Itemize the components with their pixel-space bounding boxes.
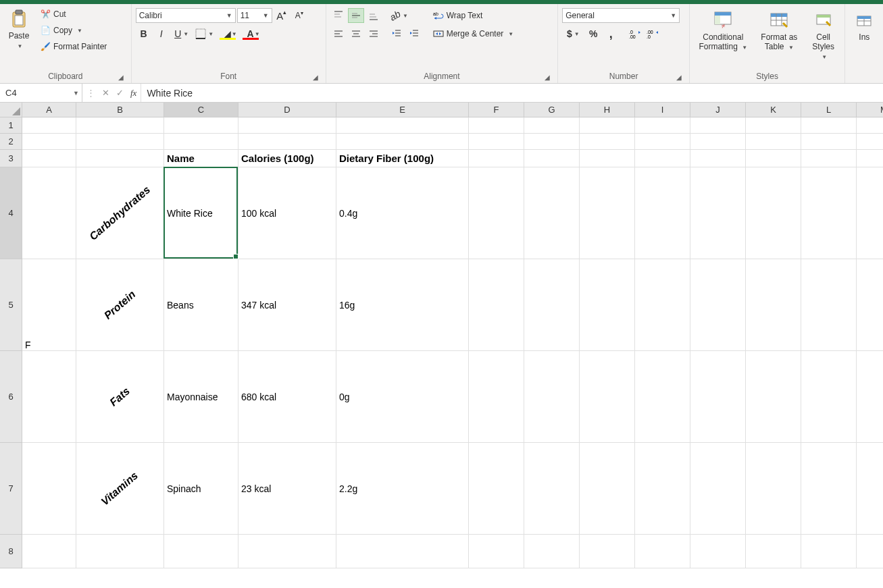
cell-J1[interactable] bbox=[690, 117, 746, 134]
cell-G8[interactable] bbox=[524, 535, 580, 568]
cell-J6[interactable] bbox=[690, 351, 746, 443]
cell-H6[interactable] bbox=[580, 351, 635, 443]
cell-K6[interactable] bbox=[746, 351, 801, 443]
cell-K3[interactable] bbox=[746, 150, 801, 167]
column-header-J[interactable]: J bbox=[690, 103, 746, 117]
format-painter-button[interactable]: 🖌️ Format Painter bbox=[38, 39, 109, 54]
cell-F2[interactable] bbox=[469, 134, 524, 150]
wrap-text-button[interactable]: ab Wrap Text bbox=[430, 8, 538, 23]
cell-C6[interactable]: Mayonnaise bbox=[164, 351, 238, 443]
cell-L3[interactable] bbox=[801, 150, 857, 167]
cell-B2[interactable] bbox=[76, 134, 164, 150]
clipboard-dialog-launcher[interactable]: ◢ bbox=[116, 72, 126, 82]
cell-E3[interactable]: Dietary Fiber (100g) bbox=[336, 150, 469, 167]
column-header-B[interactable]: B bbox=[76, 103, 164, 117]
column-header-I[interactable]: I bbox=[635, 103, 690, 117]
cell-K1[interactable] bbox=[746, 117, 801, 134]
cell-J8[interactable] bbox=[690, 535, 746, 568]
cell-M7[interactable] bbox=[857, 443, 883, 535]
column-header-C[interactable]: C bbox=[164, 103, 238, 117]
cell-I1[interactable] bbox=[635, 117, 690, 134]
cut-button[interactable]: ✂️ Cut bbox=[38, 7, 109, 22]
cell-J5[interactable] bbox=[690, 259, 746, 351]
cell-G3[interactable] bbox=[524, 150, 580, 167]
cell-F8[interactable] bbox=[469, 535, 524, 568]
cell-E1[interactable] bbox=[336, 117, 469, 134]
row-header-6[interactable]: 6 bbox=[0, 351, 22, 443]
cell-D4[interactable]: 100 kcal bbox=[238, 167, 336, 259]
cell-D3[interactable]: Calories (100g) bbox=[238, 150, 336, 167]
cell-G4[interactable] bbox=[524, 167, 580, 259]
row-header-1[interactable]: 1 bbox=[0, 117, 22, 134]
align-middle-button[interactable] bbox=[348, 8, 364, 23]
cell-E8[interactable] bbox=[336, 535, 469, 568]
cell-L5[interactable] bbox=[801, 259, 857, 351]
cell-D6[interactable]: 680 kcal bbox=[238, 351, 336, 443]
cell-M5[interactable] bbox=[857, 259, 883, 351]
column-header-M[interactable]: M bbox=[857, 103, 883, 117]
column-header-E[interactable]: E bbox=[336, 103, 469, 117]
row-header-3[interactable]: 3 bbox=[0, 150, 22, 167]
cell-J2[interactable] bbox=[690, 134, 746, 150]
cell-G7[interactable] bbox=[524, 443, 580, 535]
cell-M3[interactable] bbox=[857, 150, 883, 167]
cell-C7[interactable]: Spinach bbox=[164, 443, 238, 535]
cell-F5[interactable] bbox=[469, 259, 524, 351]
number-format-combo[interactable]: General ▼ bbox=[562, 8, 680, 23]
row-header-2[interactable]: 2 bbox=[0, 134, 22, 150]
cell-L6[interactable] bbox=[801, 351, 857, 443]
cell-H4[interactable] bbox=[580, 167, 635, 259]
cell-D2[interactable] bbox=[238, 134, 336, 150]
cell-E6[interactable]: 0g bbox=[336, 351, 469, 443]
cell-A3[interactable] bbox=[22, 150, 76, 167]
cell-H7[interactable] bbox=[580, 443, 635, 535]
cell-H5[interactable] bbox=[580, 259, 635, 351]
cell-I7[interactable] bbox=[635, 443, 690, 535]
cell-D8[interactable] bbox=[238, 535, 336, 568]
cell-G2[interactable] bbox=[524, 134, 580, 150]
cell-A8[interactable] bbox=[22, 535, 76, 568]
cell-B3[interactable] bbox=[76, 150, 164, 167]
cell-K7[interactable] bbox=[746, 443, 801, 535]
cell-H8[interactable] bbox=[580, 535, 635, 568]
column-header-D[interactable]: D bbox=[238, 103, 336, 117]
align-bottom-button[interactable] bbox=[365, 8, 382, 23]
cell-G6[interactable] bbox=[524, 351, 580, 443]
cell-J7[interactable] bbox=[690, 443, 746, 535]
cell-H1[interactable] bbox=[580, 117, 635, 134]
cancel-formula-button[interactable]: ✕ bbox=[102, 88, 109, 98]
row-header-8[interactable]: 8 bbox=[0, 535, 22, 568]
cell-B1[interactable] bbox=[76, 117, 164, 134]
cell-I2[interactable] bbox=[635, 134, 690, 150]
decrease-decimal-button[interactable]: .00.0 bbox=[645, 26, 661, 41]
bold-button[interactable]: B bbox=[136, 26, 152, 41]
formula-input[interactable]: White Rice bbox=[141, 84, 883, 102]
paste-button[interactable]: Paste▼ bbox=[4, 5, 34, 53]
cell-A5[interactable]: F bbox=[22, 259, 76, 351]
column-header-A[interactable]: A bbox=[22, 103, 76, 117]
cell-A7[interactable] bbox=[22, 443, 76, 535]
cell-G5[interactable] bbox=[524, 259, 580, 351]
cell-J4[interactable] bbox=[690, 167, 746, 259]
cell-M8[interactable] bbox=[857, 535, 883, 568]
cell-F6[interactable] bbox=[469, 351, 524, 443]
cell-K4[interactable] bbox=[746, 167, 801, 259]
merge-center-button[interactable]: Merge & Center ▼ bbox=[430, 26, 538, 41]
cell-A4[interactable] bbox=[22, 167, 76, 259]
cell-F3[interactable] bbox=[469, 150, 524, 167]
align-left-button[interactable] bbox=[330, 26, 347, 41]
cell-E5[interactable]: 16g bbox=[336, 259, 469, 351]
cell-B7[interactable]: Vitamins bbox=[76, 443, 164, 535]
cell-C2[interactable] bbox=[164, 134, 238, 150]
cell-D1[interactable] bbox=[238, 117, 336, 134]
row-header-7[interactable]: 7 bbox=[0, 443, 22, 535]
cell-C3[interactable]: Name bbox=[164, 150, 238, 167]
fill-color-button[interactable]: ◢ ▼ bbox=[217, 26, 238, 41]
decrease-indent-button[interactable] bbox=[388, 26, 405, 41]
cell-A1[interactable] bbox=[22, 117, 76, 134]
borders-button[interactable]: ▼ bbox=[194, 26, 216, 41]
cell-I8[interactable] bbox=[635, 535, 690, 568]
select-all-corner[interactable] bbox=[0, 103, 22, 117]
cell-C8[interactable] bbox=[164, 535, 238, 568]
font-dialog-launcher[interactable]: ◢ bbox=[311, 72, 320, 82]
